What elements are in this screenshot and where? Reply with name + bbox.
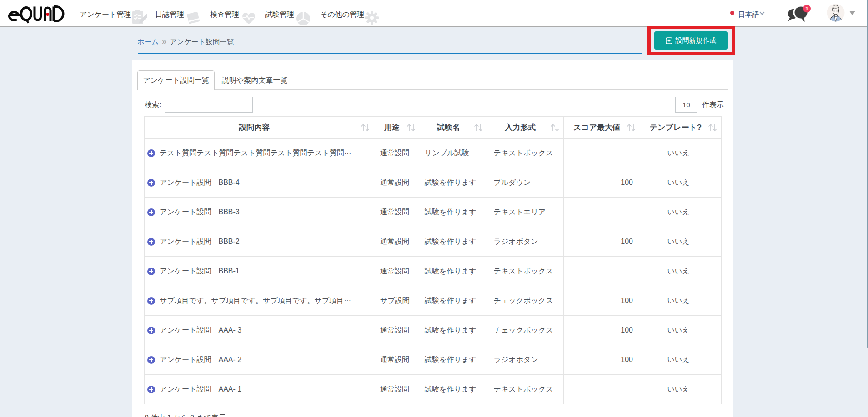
svg-text:1: 1	[805, 6, 808, 11]
